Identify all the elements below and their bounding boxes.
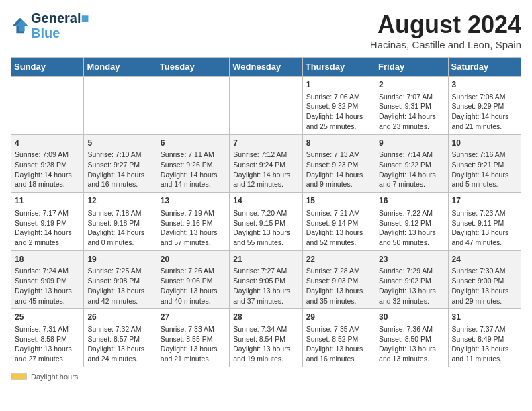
calendar-day-cell: 28Sunrise: 7:34 AM Sunset: 8:54 PM Dayli… [230, 309, 302, 367]
day-info: Sunrise: 7:33 AM Sunset: 8:55 PM Dayligh… [161, 324, 226, 364]
day-number: 13 [161, 195, 226, 207]
day-info: Sunrise: 7:10 AM Sunset: 9:27 PM Dayligh… [87, 150, 152, 189]
day-number: 21 [233, 254, 298, 265]
calendar-day-cell [230, 77, 302, 135]
calendar-day-cell: 3Sunrise: 7:08 AM Sunset: 9:29 PM Daylig… [448, 77, 521, 135]
day-number: 20 [161, 254, 226, 265]
day-number: 28 [233, 312, 298, 323]
logo-text: General■ Blue [31, 11, 89, 40]
calendar-day-cell: 30Sunrise: 7:36 AM Sunset: 8:50 PM Dayli… [375, 309, 448, 367]
day-number: 5 [87, 138, 152, 149]
weekday-header-sunday: Sunday [11, 58, 84, 77]
calendar-day-cell: 8Sunrise: 7:13 AM Sunset: 9:23 PM Daylig… [302, 134, 375, 193]
day-number: 2 [379, 79, 444, 91]
day-number: 27 [161, 312, 226, 323]
day-info: Sunrise: 7:31 AM Sunset: 8:58 PM Dayligh… [15, 324, 80, 364]
day-info: Sunrise: 7:17 AM Sunset: 9:19 PM Dayligh… [15, 208, 80, 248]
day-number: 6 [161, 138, 226, 149]
calendar-day-cell: 15Sunrise: 7:21 AM Sunset: 9:14 PM Dayli… [302, 193, 375, 251]
day-info: Sunrise: 7:14 AM Sunset: 9:22 PM Dayligh… [379, 150, 444, 189]
calendar-day-cell: 18Sunrise: 7:24 AM Sunset: 9:09 PM Dayli… [11, 250, 84, 309]
calendar-day-cell [157, 77, 229, 135]
day-info: Sunrise: 7:25 AM Sunset: 9:08 PM Dayligh… [87, 266, 152, 306]
calendar-day-cell [84, 77, 157, 135]
day-info: Sunrise: 7:28 AM Sunset: 9:03 PM Dayligh… [306, 266, 371, 306]
logo-icon [11, 16, 30, 35]
calendar-day-cell: 4Sunrise: 7:09 AM Sunset: 9:28 PM Daylig… [11, 134, 84, 193]
weekday-header-saturday: Saturday [448, 58, 521, 77]
day-number: 24 [452, 254, 517, 265]
calendar-day-cell: 16Sunrise: 7:22 AM Sunset: 9:12 PM Dayli… [375, 193, 448, 251]
header: General■ Blue August 2024 Hacinas, Casti… [11, 11, 521, 50]
calendar-day-cell: 27Sunrise: 7:33 AM Sunset: 8:55 PM Dayli… [157, 309, 229, 367]
day-info: Sunrise: 7:07 AM Sunset: 9:31 PM Dayligh… [379, 92, 444, 132]
day-info: Sunrise: 7:18 AM Sunset: 9:18 PM Dayligh… [87, 208, 152, 248]
calendar-day-cell: 22Sunrise: 7:28 AM Sunset: 9:03 PM Dayli… [302, 250, 375, 309]
weekday-header-friday: Friday [375, 58, 448, 77]
day-info: Sunrise: 7:08 AM Sunset: 9:29 PM Dayligh… [452, 92, 517, 132]
day-number: 23 [379, 254, 444, 265]
day-number: 8 [306, 138, 371, 149]
day-number: 22 [306, 254, 371, 265]
day-info: Sunrise: 7:37 AM Sunset: 8:49 PM Dayligh… [452, 324, 517, 364]
day-number: 31 [452, 312, 517, 323]
day-number: 26 [87, 312, 152, 323]
day-info: Sunrise: 7:21 AM Sunset: 9:14 PM Dayligh… [306, 208, 371, 248]
day-number: 14 [233, 195, 298, 207]
day-info: Sunrise: 7:23 AM Sunset: 9:11 PM Dayligh… [452, 208, 517, 248]
calendar-day-cell: 26Sunrise: 7:32 AM Sunset: 8:57 PM Dayli… [84, 309, 157, 367]
calendar-day-cell: 24Sunrise: 7:30 AM Sunset: 9:00 PM Dayli… [448, 250, 521, 309]
day-info: Sunrise: 7:29 AM Sunset: 9:02 PM Dayligh… [379, 266, 444, 306]
logo: General■ Blue [11, 11, 89, 40]
calendar-day-cell: 12Sunrise: 7:18 AM Sunset: 9:18 PM Dayli… [84, 193, 157, 251]
daylight-bar-icon [11, 373, 27, 380]
day-info: Sunrise: 7:27 AM Sunset: 9:05 PM Dayligh… [233, 266, 298, 306]
day-info: Sunrise: 7:24 AM Sunset: 9:09 PM Dayligh… [15, 266, 80, 306]
day-number: 10 [452, 138, 517, 149]
calendar-day-cell: 13Sunrise: 7:19 AM Sunset: 9:16 PM Dayli… [157, 193, 229, 251]
calendar-day-cell: 31Sunrise: 7:37 AM Sunset: 8:49 PM Dayli… [448, 309, 521, 367]
day-number: 1 [306, 79, 371, 91]
day-info: Sunrise: 7:16 AM Sunset: 9:21 PM Dayligh… [452, 150, 517, 189]
calendar-week-row: 25Sunrise: 7:31 AM Sunset: 8:58 PM Dayli… [11, 309, 521, 367]
calendar-day-cell: 23Sunrise: 7:29 AM Sunset: 9:02 PM Dayli… [375, 250, 448, 309]
calendar-day-cell: 29Sunrise: 7:35 AM Sunset: 8:52 PM Dayli… [302, 309, 375, 367]
day-info: Sunrise: 7:06 AM Sunset: 9:32 PM Dayligh… [306, 92, 371, 132]
calendar-week-row: 4Sunrise: 7:09 AM Sunset: 9:28 PM Daylig… [11, 134, 521, 193]
calendar-table: SundayMondayTuesdayWednesdayThursdayFrid… [11, 57, 521, 367]
location-subtitle: Hacinas, Castille and Leon, Spain [370, 39, 521, 50]
day-number: 11 [15, 195, 80, 207]
calendar-week-row: 11Sunrise: 7:17 AM Sunset: 9:19 PM Dayli… [11, 193, 521, 251]
calendar-week-row: 1Sunrise: 7:06 AM Sunset: 9:32 PM Daylig… [11, 77, 521, 135]
calendar-day-cell: 25Sunrise: 7:31 AM Sunset: 8:58 PM Dayli… [11, 309, 84, 367]
calendar-day-cell: 1Sunrise: 7:06 AM Sunset: 9:32 PM Daylig… [302, 77, 375, 135]
day-number: 7 [233, 138, 298, 149]
day-info: Sunrise: 7:12 AM Sunset: 9:24 PM Dayligh… [233, 150, 298, 189]
calendar-day-cell [11, 77, 84, 135]
day-info: Sunrise: 7:32 AM Sunset: 8:57 PM Dayligh… [87, 324, 152, 364]
footer-note: Daylight hours [11, 373, 521, 381]
day-info: Sunrise: 7:22 AM Sunset: 9:12 PM Dayligh… [379, 208, 444, 248]
day-info: Sunrise: 7:34 AM Sunset: 8:54 PM Dayligh… [233, 324, 298, 364]
calendar-day-cell: 6Sunrise: 7:11 AM Sunset: 9:26 PM Daylig… [157, 134, 229, 193]
day-number: 17 [452, 195, 517, 207]
calendar-day-cell: 20Sunrise: 7:26 AM Sunset: 9:06 PM Dayli… [157, 250, 229, 309]
calendar-day-cell: 11Sunrise: 7:17 AM Sunset: 9:19 PM Dayli… [11, 193, 84, 251]
day-info: Sunrise: 7:09 AM Sunset: 9:28 PM Dayligh… [15, 150, 80, 189]
calendar-day-cell: 17Sunrise: 7:23 AM Sunset: 9:11 PM Dayli… [448, 193, 521, 251]
day-info: Sunrise: 7:30 AM Sunset: 9:00 PM Dayligh… [452, 266, 517, 306]
day-number: 9 [379, 138, 444, 149]
month-year-title: August 2024 [370, 11, 521, 39]
day-info: Sunrise: 7:20 AM Sunset: 9:15 PM Dayligh… [233, 208, 298, 248]
day-number: 3 [452, 79, 517, 91]
weekday-header-monday: Monday [84, 58, 157, 77]
calendar-day-cell: 14Sunrise: 7:20 AM Sunset: 9:15 PM Dayli… [230, 193, 302, 251]
day-info: Sunrise: 7:11 AM Sunset: 9:26 PM Dayligh… [161, 150, 226, 189]
calendar-day-cell: 2Sunrise: 7:07 AM Sunset: 9:31 PM Daylig… [375, 77, 448, 135]
calendar-week-row: 18Sunrise: 7:24 AM Sunset: 9:09 PM Dayli… [11, 250, 521, 309]
day-number: 18 [15, 254, 80, 265]
day-info: Sunrise: 7:35 AM Sunset: 8:52 PM Dayligh… [306, 324, 371, 364]
title-area: August 2024 Hacinas, Castille and Leon, … [370, 11, 521, 50]
weekday-header-thursday: Thursday [302, 58, 375, 77]
day-info: Sunrise: 7:36 AM Sunset: 8:50 PM Dayligh… [379, 324, 444, 364]
